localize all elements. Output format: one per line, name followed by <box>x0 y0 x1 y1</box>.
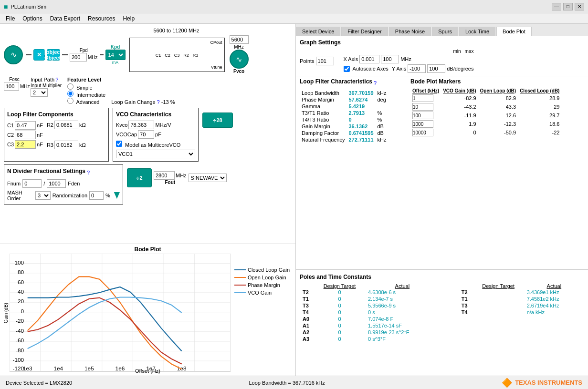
bode-plot-area: Bode Plot Gain (dB) <box>0 244 295 376</box>
loop-gain-value: -13 <box>161 99 169 105</box>
marker-row: 0 -50.9 -22 <box>410 128 561 137</box>
legend-closed-loop: Closed Loop Gain <box>248 267 290 273</box>
lb-value: 367.70159 <box>347 90 376 96</box>
autoscale-check[interactable] <box>344 66 350 72</box>
loop-gain-help[interactable]: ? <box>157 99 160 105</box>
bode-legend: Closed Loop Gain Open Loop Gain Phase Ma… <box>231 263 294 372</box>
close-button[interactable]: ✕ <box>575 3 584 10</box>
graph-settings-title: Graph Settings <box>300 39 584 46</box>
tab-select-device[interactable]: Select Device <box>296 27 340 36</box>
window-controls[interactable]: — □ ✕ <box>552 3 584 10</box>
poles-actual-1: Actual <box>365 283 440 289</box>
loop-bandwidth-status: Loop Bandwidth = 367.7016 kHz <box>249 380 325 386</box>
output-type-select[interactable]: SINEWAVE <box>189 174 227 182</box>
menu-file[interactable]: File <box>2 14 19 23</box>
tab-spurs[interactable]: Spurs <box>432 27 458 36</box>
kpd-select[interactable]: 14 <box>106 51 125 59</box>
tab-bode-plot[interactable]: Bode Plot <box>496 27 532 36</box>
random-input[interactable] <box>89 191 104 200</box>
input-path-help[interactable]: ? <box>55 77 58 82</box>
x-axis-unit: MHz <box>400 56 411 62</box>
fosc-input[interactable] <box>4 82 19 91</box>
df-label: Damping Factor <box>300 130 347 136</box>
advanced-radio[interactable] <box>67 98 74 104</box>
schematic-area: 5600 to 11200 MHz ∿ ✕ [object Object <box>0 24 295 244</box>
svg-rect-0 <box>10 254 231 372</box>
c3-input[interactable] <box>15 140 36 149</box>
simple-radio[interactable] <box>67 83 74 90</box>
minimize-button[interactable]: — <box>552 3 561 10</box>
menu-bar: File Options Data Export Resources Help <box>0 13 588 24</box>
df-unit: dB <box>376 130 388 136</box>
r3-input[interactable] <box>54 141 78 149</box>
kvco-input[interactable] <box>128 121 154 129</box>
menu-resources[interactable]: Resources <box>84 14 119 23</box>
svg-text:-20: -20 <box>16 318 24 325</box>
y-axis-max[interactable] <box>427 64 445 73</box>
svg-text:1e3: 1e3 <box>23 366 32 372</box>
c2-label: C2 <box>7 132 14 138</box>
c1-input[interactable] <box>15 121 36 130</box>
fnum-input[interactable] <box>22 179 42 188</box>
fden-input[interactable] <box>47 179 66 188</box>
simple-radio-label[interactable]: Simple <box>67 85 93 91</box>
bode-markers-section: Bode Plot Markers Offset (kHz) VCO Gain … <box>410 78 584 143</box>
fpd-label: Fpd <box>80 48 88 53</box>
loop-filter-title: Loop Filter Components <box>7 111 105 118</box>
model-multicore-label[interactable]: Model as MulticoreVCO <box>116 142 180 148</box>
intermediate-radio[interactable] <box>67 91 74 97</box>
div-fout-block[interactable]: ÷ 2 <box>127 168 152 187</box>
maximize-button[interactable]: □ <box>563 3 573 10</box>
fpd-input[interactable] <box>70 53 87 61</box>
vco-cap-input[interactable] <box>138 130 154 139</box>
app-title: PLLatinum Sim <box>10 4 46 10</box>
marker-row: -82.9 82.9 28.9 <box>410 94 561 102</box>
connector3 <box>100 54 104 55</box>
x-axis-max[interactable] <box>381 55 399 63</box>
nf-unit: kHz <box>376 136 388 143</box>
fosc-row: Fosc MHz Input Path ? Input Multiplier 2 <box>4 77 292 105</box>
input-multiplier-select[interactable]: 2 <box>31 88 48 97</box>
vco-characteristics: VCO Characteristics Kvco MHz/V VCOCap pF <box>113 108 199 162</box>
r2-input[interactable] <box>54 121 78 129</box>
advanced-radio-label[interactable]: Advanced <box>67 99 99 105</box>
y-axis-unit: dB/degrees <box>447 66 473 72</box>
tab-lock-time[interactable]: Lock Time <box>459 27 495 36</box>
fvco-input[interactable] <box>230 35 249 44</box>
intermediate-radio-label[interactable]: Intermediate <box>67 92 105 98</box>
legend-open-loop: Open Loop Gain <box>248 275 286 280</box>
n-divider-help[interactable]: ? <box>87 170 90 175</box>
tab-filter-designer[interactable]: Filter Designer <box>341 27 388 36</box>
bode-markers-table: Offset (kHz) VCO Gain (dB) Open Loop (dB… <box>410 88 561 137</box>
ti-icon: 🔶 <box>502 378 512 388</box>
bode-plot-title: Bode Plot <box>2 246 294 253</box>
model-multicore-check[interactable] <box>116 141 122 147</box>
autoscale-label[interactable] <box>344 66 351 72</box>
menu-data-export[interactable]: Data Export <box>46 14 84 23</box>
feature-level-section: Feature Level Simple Intermediate Advanc… <box>67 77 105 105</box>
svg-text:40: 40 <box>18 288 24 295</box>
loop-filter-chars-help[interactable]: ? <box>374 80 377 86</box>
svg-text:80: 80 <box>18 269 24 276</box>
legend-vco-gain: VCO Gain <box>248 290 272 296</box>
marker-row: -43.2 43.3 29 <box>410 102 561 111</box>
lb-unit: kHz <box>376 90 388 96</box>
x-axis-min[interactable] <box>359 55 379 63</box>
poles-row: T1 0 2.134e-7 s T1 7.4581e2 kHz <box>300 296 584 302</box>
r2-label: R2 <box>47 122 53 128</box>
points-label: Points <box>300 58 315 64</box>
menu-help[interactable]: Help <box>119 14 138 23</box>
fout-input[interactable] <box>154 171 175 180</box>
input-multiplier-block[interactable]: [object Object] <box>47 49 60 61</box>
poles-row: T4 0 0 s T4 n/a kHz <box>300 309 584 316</box>
vco-select[interactable]: VCO1 <box>116 150 195 158</box>
y-axis-min[interactable] <box>408 64 426 73</box>
menu-options[interactable]: Options <box>19 14 46 23</box>
lb-label: Loop Bandwidth <box>300 90 347 96</box>
tab-phase-noise[interactable]: Phase Noise <box>389 27 431 36</box>
points-input[interactable] <box>316 57 334 65</box>
gamma-value: 5.4219 <box>347 103 376 110</box>
col-vco-gain: VCO Gain (dB) <box>441 88 478 94</box>
mash-order-select[interactable]: 3 <box>35 191 51 200</box>
c2-input[interactable] <box>15 131 36 139</box>
